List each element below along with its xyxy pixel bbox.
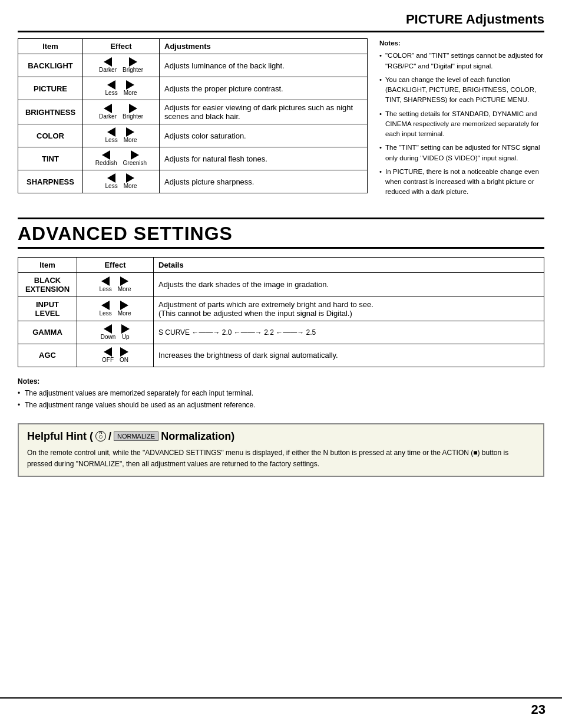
arrow-group: Less More — [88, 127, 154, 144]
arrow-left-icon — [104, 347, 112, 357]
helpful-hint-middle: / — [108, 430, 111, 443]
table-row: INPUTLEVEL Less More — [18, 297, 544, 321]
helpful-hint-suffix: Normalization) — [161, 430, 234, 443]
item-black-extension: BLACKEXTENSION — [18, 272, 77, 297]
table-row: SHARPNESS Less More — [18, 170, 368, 193]
effect-backlight: Darker Brighter — [83, 54, 160, 77]
effect-sharpness: Less More — [83, 170, 160, 193]
helpful-hint-body: On the remote control unit, while the "A… — [27, 447, 535, 470]
arrow-group: Less More — [88, 173, 154, 190]
picture-col-adj: Adjustments — [160, 39, 368, 54]
arrow-right-icon — [131, 150, 139, 160]
desc-black-extension: Adjusts the dark shades of the image in … — [154, 272, 544, 297]
list-item: The "TINT" setting can be adjusted for N… — [379, 143, 544, 163]
arrow-right-icon — [120, 276, 128, 286]
arrow-right-item: ON — [120, 347, 128, 364]
advanced-header-wrap: ADVANCED SETTINGS — [18, 218, 544, 249]
effect-picture: Less More — [83, 77, 160, 100]
arrow-left-item: Less — [100, 301, 112, 317]
advanced-table-wrap: Item Effect Details BLACKEXTENSION Less — [18, 257, 544, 367]
left-label: Darker — [99, 113, 117, 120]
arrow-right-item: Greenish — [123, 150, 147, 167]
desc-agc: Increases the brightness of dark signal … — [154, 344, 544, 367]
table-row: BLACKEXTENSION Less More — [18, 272, 544, 297]
left-label: Less — [105, 90, 118, 97]
arrow-left-icon — [107, 127, 115, 137]
arrow-right-item: More — [118, 301, 131, 317]
picture-notes-list: "COLOR" and "TINT" settings cannot be ad… — [379, 51, 544, 197]
arrow-left-item: Less — [100, 276, 112, 293]
left-label: Less — [100, 286, 112, 293]
advanced-table: Item Effect Details BLACKEXTENSION Less — [18, 257, 544, 367]
effect-gamma: Down Up — [77, 321, 154, 344]
arrow-left-icon — [107, 173, 115, 183]
arrow-left-icon — [102, 150, 110, 160]
item-gamma: GAMMA — [18, 321, 77, 344]
item-tint: TINT — [18, 147, 83, 170]
helpful-hint-prefix: Helpful Hint ( — [27, 430, 93, 443]
arrow-left-item: Reddish — [95, 150, 117, 167]
effect-brightness: Darker Brighter — [83, 100, 160, 124]
item-color: COLOR — [18, 124, 83, 147]
table-row: COLOR Less More — [18, 124, 368, 147]
arrow-right-item: More — [124, 127, 137, 144]
arrow-group: Less More — [82, 301, 148, 317]
list-item: You can change the level of each functio… — [379, 75, 544, 106]
arrow-right-icon — [126, 173, 134, 183]
arrow-right-item: Up — [121, 324, 130, 341]
arrow-left-icon — [107, 80, 115, 90]
desc-gamma: S CURVE ←——→ 2.0 ←——→ 2.2 ←——→ 2.5 — [154, 321, 544, 344]
arrow-left-icon — [104, 104, 112, 113]
effect-color: Less More — [83, 124, 160, 147]
left-label: Reddish — [95, 160, 117, 167]
right-label: Brighter — [123, 67, 143, 74]
helpful-hint-title: Helpful Hint ( N ○ / NORMALIZE Normaliza… — [27, 430, 535, 443]
desc-sharpness: Adjusts picture sharpness. — [160, 170, 368, 193]
arrow-right-icon — [129, 104, 137, 113]
arrow-group: Less More — [82, 276, 148, 293]
arrow-right-item: More — [124, 80, 137, 97]
advanced-notes: Notes: The adjustment values are memoriz… — [18, 375, 544, 411]
page-container: PICTURE Adjustments Item Effect Adjustme… — [0, 0, 562, 512]
advanced-header: ADVANCED SETTINGS — [18, 223, 544, 245]
arrow-right-icon — [121, 324, 130, 334]
left-label: Less — [105, 137, 118, 144]
desc-brightness: Adjusts for easier viewing of dark pictu… — [160, 100, 368, 124]
right-label: More — [124, 137, 137, 144]
desc-color: Adjusts color saturation. — [160, 124, 368, 147]
picture-table-wrap: Item Effect Adjustments BACKLIGHT — [18, 38, 368, 201]
right-label: Up — [122, 334, 130, 341]
left-label: OFF — [102, 357, 114, 364]
arrow-left-item: Less — [105, 173, 118, 190]
right-label: Brighter — [123, 113, 143, 120]
arrow-left-icon — [101, 301, 110, 310]
picture-notes: Notes: "COLOR" and "TINT" settings canno… — [379, 38, 544, 201]
table-row: TINT Reddish Greenish — [18, 147, 368, 170]
arrow-right-icon — [120, 301, 128, 310]
desc-input-level: Adjustment of parts which are extremely … — [154, 297, 544, 321]
picture-table: Item Effect Adjustments BACKLIGHT — [18, 38, 368, 193]
picture-col-effect: Effect — [83, 39, 160, 54]
left-label: Less — [100, 310, 112, 317]
list-item: In PICTURE, there is not a noticeable ch… — [379, 167, 544, 197]
right-label: ON — [120, 357, 128, 364]
table-row: GAMMA Down Up S — [18, 321, 544, 344]
item-brightness: BRIGHTNESS — [18, 100, 83, 124]
item-backlight: BACKLIGHT — [18, 54, 83, 77]
right-label: More — [124, 183, 137, 190]
desc-backlight: Adjusts luminance of the back light. — [160, 54, 368, 77]
effect-tint: Reddish Greenish — [83, 147, 160, 170]
arrow-right-icon — [129, 57, 137, 67]
adv-col-item: Item — [18, 257, 77, 272]
list-item: The adjustment values are memorized sepa… — [18, 387, 544, 399]
helpful-hint-box: Helpful Hint ( N ○ / NORMALIZE Normaliza… — [18, 423, 544, 477]
arrow-group: OFF ON — [82, 347, 148, 364]
adv-col-details: Details — [154, 257, 544, 272]
list-item: The setting details for STANDARD, DYNAMI… — [379, 109, 544, 140]
page-number: 23 — [531, 702, 546, 717]
left-label: Darker — [99, 67, 117, 74]
item-picture: PICTURE — [18, 77, 83, 100]
arrow-left-item: Darker — [99, 57, 117, 74]
arrow-right-icon — [126, 80, 134, 90]
arrow-right-item: Brighter — [123, 57, 143, 74]
